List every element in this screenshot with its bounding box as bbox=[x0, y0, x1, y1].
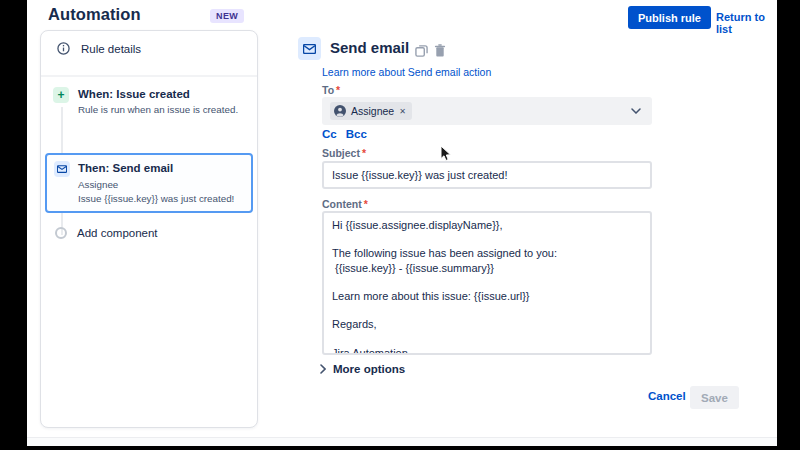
chevron-right-icon bbox=[320, 364, 326, 374]
content-label: Content* bbox=[322, 198, 368, 210]
action-title: Then: Send email bbox=[78, 161, 234, 175]
chip-label: Assignee bbox=[351, 105, 394, 117]
mouse-cursor bbox=[440, 145, 452, 162]
rule-details-label: Rule details bbox=[81, 43, 141, 55]
trigger-title: When: Issue created bbox=[78, 87, 238, 101]
info-icon bbox=[57, 42, 70, 55]
avatar-icon bbox=[334, 105, 346, 117]
plus-icon: + bbox=[53, 87, 69, 103]
subject-input[interactable] bbox=[322, 161, 652, 189]
action-heading: Send email bbox=[330, 39, 409, 56]
app-window: Automation NEW Publish rule Return to li… bbox=[27, 0, 777, 446]
assignee-chip[interactable]: Assignee ✕ bbox=[330, 102, 412, 120]
delete-icon[interactable] bbox=[434, 43, 446, 61]
mail-icon-large bbox=[298, 37, 321, 60]
copy-icon[interactable] bbox=[415, 43, 428, 61]
trigger-description: Rule is run when an issue is created. bbox=[78, 103, 238, 116]
add-component-label: Add component bbox=[77, 227, 158, 239]
chevron-down-icon[interactable] bbox=[631, 108, 641, 114]
mail-icon bbox=[54, 161, 70, 177]
save-button[interactable]: Save bbox=[690, 386, 739, 409]
to-label: To* bbox=[322, 84, 340, 96]
rule-details-item[interactable]: Rule details bbox=[57, 42, 141, 55]
return-to-list-link[interactable]: Return to list bbox=[716, 11, 777, 35]
remove-chip-icon[interactable]: ✕ bbox=[399, 107, 406, 116]
circle-icon bbox=[55, 227, 67, 239]
learn-more-link[interactable]: Learn more about Send email action bbox=[322, 66, 491, 78]
rule-panel: Rule details + When: Issue created Rule … bbox=[40, 30, 258, 428]
page-title: Automation bbox=[48, 5, 141, 24]
sidebar-item-trigger[interactable]: + When: Issue created Rule is run when a… bbox=[53, 87, 238, 117]
panel-divider bbox=[41, 75, 257, 77]
add-component-item[interactable]: Add component bbox=[55, 227, 158, 239]
content-textarea[interactable]: Hi {{issue.assignee.displayName}}, The f… bbox=[322, 211, 652, 355]
more-options-label: More options bbox=[333, 363, 405, 375]
required-asterisk: * bbox=[336, 84, 340, 96]
to-field[interactable]: Assignee ✕ bbox=[322, 97, 652, 125]
cc-bcc-links: Cc Bcc bbox=[322, 128, 367, 140]
publish-rule-button[interactable]: Publish rule bbox=[628, 6, 711, 29]
cc-link[interactable]: Cc bbox=[322, 128, 337, 140]
sidebar-item-action-selected[interactable]: Then: Send email Assignee Issue {{issue.… bbox=[45, 153, 253, 213]
bcc-link[interactable]: Bcc bbox=[346, 128, 367, 140]
more-options-toggle[interactable]: More options bbox=[320, 363, 405, 375]
window-bottom-strip bbox=[27, 437, 777, 446]
cancel-button[interactable]: Cancel bbox=[648, 390, 686, 402]
subject-label: Subject* bbox=[322, 147, 366, 159]
new-badge: NEW bbox=[210, 9, 244, 23]
action-recipient: Assignee bbox=[78, 178, 234, 191]
action-subject-preview: Issue {{issue.key}} was just created! bbox=[78, 192, 234, 205]
